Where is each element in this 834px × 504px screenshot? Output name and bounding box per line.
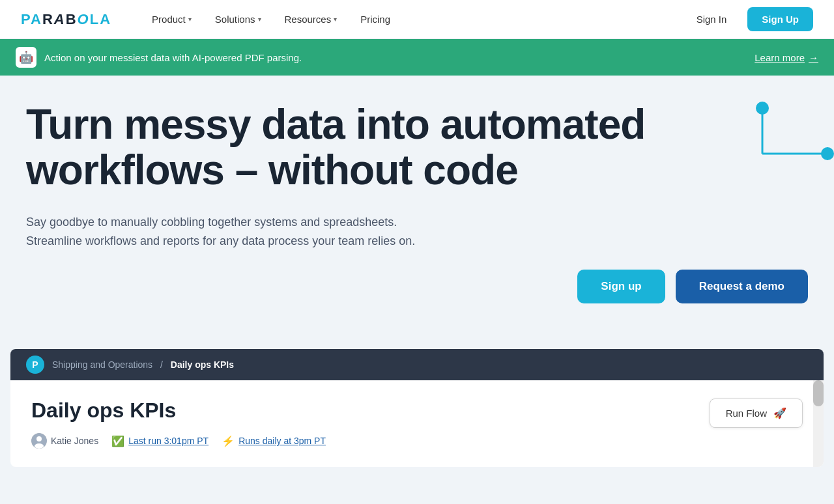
hero-section: Turn messy data into automated workflows… (0, 76, 834, 349)
workflow-current-path: Daily ops KPIs (171, 359, 234, 370)
nav-product-label: Product (152, 14, 186, 25)
banner-robot-icon: 🤖 (16, 47, 36, 68)
workflow-content-panel: Daily ops KPIs Katie Jones ✅ Last run 3:… (10, 380, 824, 467)
author-name: Katie Jones (51, 436, 98, 446)
chevron-down-icon: ▾ (188, 16, 192, 23)
learn-more-label: Learn more (755, 52, 805, 63)
logo[interactable]: PARABOLA (21, 11, 111, 28)
logo-text: PARABOLA (21, 11, 111, 28)
nav-item-pricing[interactable]: Pricing (351, 8, 399, 30)
hero-signup-button[interactable]: Sign up (577, 270, 665, 303)
hero-heading-line1: Turn messy data into automated (26, 101, 645, 148)
workflow-title: Daily ops KPIs (31, 399, 326, 423)
nav-pricing-label: Pricing (360, 14, 390, 25)
last-run-link[interactable]: Last run 3:01pm PT (128, 436, 208, 446)
hero-heading-line2: workflows – without code (26, 147, 518, 193)
navbar: PARABOLA Product ▾ Solutions ▾ Resources… (0, 0, 834, 39)
chevron-down-icon: ▾ (258, 16, 261, 23)
avatar-icon (31, 433, 47, 449)
hero-heading: Turn messy data into automated workflows… (26, 102, 710, 193)
bolt-icon: ⚡ (222, 435, 235, 447)
chevron-down-icon: ▾ (334, 16, 337, 23)
schedule-link[interactable]: Runs daily at 3pm PT (238, 436, 326, 446)
author-avatar (31, 433, 47, 449)
learn-more-link[interactable]: Learn more → (755, 52, 818, 63)
nav-resources-label: Resources (285, 14, 332, 25)
nav-links: Product ▾ Solutions ▾ Resources ▾ Pricin… (143, 8, 686, 30)
sign-up-button[interactable]: Sign Up (747, 7, 813, 31)
banner-text: Action on your messiest data with AI-pow… (44, 52, 302, 63)
connector-decoration (691, 89, 834, 173)
workflow-breadcrumb: Shipping and Operations / Daily ops KPIs (52, 359, 234, 370)
schedule-info: ⚡ Runs daily at 3pm PT (222, 435, 326, 447)
scrollbar-track (813, 380, 824, 467)
nav-right: Sign In Sign Up (686, 7, 813, 31)
hero-subtext-line1: Say goodbye to manually cobbling togethe… (26, 216, 397, 229)
workflow-icon: P (26, 356, 44, 374)
hero-cta-buttons: Sign up Request a demo (577, 270, 808, 303)
announcement-banner: 🤖 Action on your messiest data with AI-p… (0, 39, 834, 76)
hero-subtext-line2: Streamline workflows and reports for any… (26, 234, 415, 247)
run-flow-button[interactable]: Run Flow 🚀 (710, 399, 803, 428)
nav-item-product[interactable]: Product ▾ (143, 8, 201, 30)
nav-item-resources[interactable]: Resources ▾ (276, 8, 347, 30)
hero-demo-button[interactable]: Request a demo (676, 270, 808, 303)
nav-solutions-label: Solutions (215, 14, 255, 25)
workflow-parent-path: Shipping and Operations (52, 359, 152, 370)
breadcrumb-separator: / (160, 359, 165, 370)
hero-subtext: Say goodbye to manually cobbling togethe… (26, 213, 469, 251)
nav-item-solutions[interactable]: Solutions ▾ (206, 8, 270, 30)
scrollbar-thumb[interactable] (813, 380, 824, 406)
arrow-right-icon: → (809, 52, 818, 63)
sign-in-button[interactable]: Sign In (686, 8, 738, 30)
last-run-info: ✅ Last run 3:01pm PT (111, 435, 208, 447)
rocket-icon: 🚀 (773, 407, 786, 419)
banner-left: 🤖 Action on your messiest data with AI-p… (16, 47, 302, 68)
svg-point-5 (36, 436, 42, 441)
check-circle-icon: ✅ (111, 435, 124, 447)
run-flow-label: Run Flow (726, 408, 767, 419)
workflow-meta: Katie Jones ✅ Last run 3:01pm PT ⚡ Runs … (31, 433, 326, 449)
workflow-info: Daily ops KPIs Katie Jones ✅ Last run 3:… (31, 399, 326, 449)
workflow-panel-header: P Shipping and Operations / Daily ops KP… (10, 349, 824, 380)
svg-point-2 (756, 102, 769, 115)
svg-point-6 (35, 443, 44, 449)
svg-point-3 (821, 147, 834, 160)
workflow-author: Katie Jones (31, 433, 98, 449)
